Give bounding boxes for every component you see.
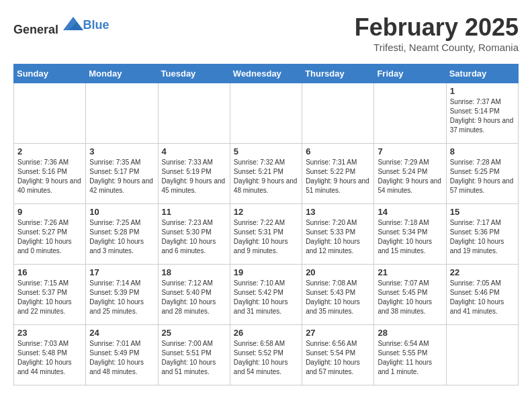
week-row-5: 23Sunrise: 7:03 AM Sunset: 5:48 PM Dayli…: [14, 325, 519, 385]
calendar-cell: 5Sunrise: 7:32 AM Sunset: 5:21 PM Daylig…: [230, 144, 302, 204]
day-info: Sunrise: 7:05 AM Sunset: 5:46 PM Dayligh…: [450, 279, 515, 316]
calendar-cell: [86, 83, 158, 144]
calendar-cell: [446, 325, 518, 385]
calendar-cell: 7Sunrise: 7:29 AM Sunset: 5:24 PM Daylig…: [374, 144, 446, 204]
calendar-cell: 15Sunrise: 7:17 AM Sunset: 5:36 PM Dayli…: [446, 204, 518, 265]
calendar-cell: 11Sunrise: 7:23 AM Sunset: 5:30 PM Dayli…: [158, 204, 230, 265]
week-row-2: 2Sunrise: 7:36 AM Sunset: 5:16 PM Daylig…: [14, 144, 519, 204]
day-number: 27: [306, 328, 370, 338]
location: Trifesti, Neamt County, Romania: [355, 42, 519, 53]
day-info: Sunrise: 7:10 AM Sunset: 5:42 PM Dayligh…: [234, 279, 298, 316]
calendar-cell: 6Sunrise: 7:31 AM Sunset: 5:22 PM Daylig…: [302, 144, 374, 204]
calendar-cell: 17Sunrise: 7:14 AM Sunset: 5:39 PM Dayli…: [86, 265, 158, 325]
day-info: Sunrise: 7:03 AM Sunset: 5:48 PM Dayligh…: [17, 339, 82, 377]
month-title: February 2025: [355, 13, 519, 42]
day-info: Sunrise: 7:12 AM Sunset: 5:40 PM Dayligh…: [162, 279, 226, 316]
column-header-monday: Monday: [86, 64, 158, 83]
day-info: Sunrise: 7:29 AM Sunset: 5:24 PM Dayligh…: [378, 158, 442, 195]
day-info: Sunrise: 7:15 AM Sunset: 5:37 PM Dayligh…: [17, 279, 82, 316]
calendar-cell: 19Sunrise: 7:10 AM Sunset: 5:42 PM Dayli…: [230, 265, 302, 325]
day-info: Sunrise: 7:26 AM Sunset: 5:27 PM Dayligh…: [17, 218, 82, 256]
day-number: 2: [17, 146, 82, 156]
day-number: 4: [162, 146, 226, 156]
logo: General Blue: [13, 13, 109, 37]
day-info: Sunrise: 7:18 AM Sunset: 5:34 PM Dayligh…: [378, 218, 442, 256]
page-header: General Blue February 2025 Trifesti, Nea…: [13, 13, 519, 53]
calendar-cell: 3Sunrise: 7:35 AM Sunset: 5:17 PM Daylig…: [86, 144, 158, 204]
calendar-cell: 28Sunrise: 6:54 AM Sunset: 5:55 PM Dayli…: [374, 325, 446, 385]
day-number: 20: [306, 267, 370, 277]
calendar-cell: 4Sunrise: 7:33 AM Sunset: 5:19 PM Daylig…: [158, 144, 230, 204]
calendar-body: 1Sunrise: 7:37 AM Sunset: 5:14 PM Daylig…: [14, 83, 519, 385]
calendar-cell: 2Sunrise: 7:36 AM Sunset: 5:16 PM Daylig…: [14, 144, 86, 204]
day-info: Sunrise: 7:35 AM Sunset: 5:17 PM Dayligh…: [89, 158, 154, 195]
day-info: Sunrise: 6:58 AM Sunset: 5:52 PM Dayligh…: [234, 339, 298, 377]
day-number: 15: [450, 207, 515, 217]
day-info: Sunrise: 7:08 AM Sunset: 5:43 PM Dayligh…: [306, 279, 370, 316]
day-number: 25: [162, 328, 226, 338]
calendar-cell: 18Sunrise: 7:12 AM Sunset: 5:40 PM Dayli…: [158, 265, 230, 325]
day-number: 17: [89, 267, 154, 277]
day-info: Sunrise: 7:37 AM Sunset: 5:14 PM Dayligh…: [450, 97, 515, 135]
day-number: 16: [17, 267, 82, 277]
calendar-cell: 8Sunrise: 7:28 AM Sunset: 5:25 PM Daylig…: [446, 144, 518, 204]
day-number: 22: [450, 267, 515, 277]
day-info: Sunrise: 7:22 AM Sunset: 5:31 PM Dayligh…: [234, 218, 298, 256]
day-info: Sunrise: 7:01 AM Sunset: 5:49 PM Dayligh…: [89, 339, 154, 377]
day-number: 18: [162, 267, 226, 277]
day-number: 7: [378, 146, 442, 156]
day-info: Sunrise: 7:17 AM Sunset: 5:36 PM Dayligh…: [450, 218, 515, 256]
day-number: 28: [378, 328, 442, 338]
day-info: Sunrise: 7:00 AM Sunset: 5:51 PM Dayligh…: [162, 339, 226, 377]
calendar-cell: [158, 83, 230, 144]
title-block: February 2025 Trifesti, Neamt County, Ro…: [355, 13, 519, 53]
day-info: Sunrise: 7:36 AM Sunset: 5:16 PM Dayligh…: [17, 158, 82, 195]
calendar-cell: 26Sunrise: 6:58 AM Sunset: 5:52 PM Dayli…: [230, 325, 302, 385]
calendar-cell: [374, 83, 446, 144]
day-number: 21: [378, 267, 442, 277]
calendar-cell: 1Sunrise: 7:37 AM Sunset: 5:14 PM Daylig…: [446, 83, 518, 144]
column-header-tuesday: Tuesday: [158, 64, 230, 83]
week-row-4: 16Sunrise: 7:15 AM Sunset: 5:37 PM Dayli…: [14, 265, 519, 325]
calendar-cell: 25Sunrise: 7:00 AM Sunset: 5:51 PM Dayli…: [158, 325, 230, 385]
calendar-cell: 23Sunrise: 7:03 AM Sunset: 5:48 PM Dayli…: [14, 325, 86, 385]
day-number: 8: [450, 146, 515, 156]
week-row-1: 1Sunrise: 7:37 AM Sunset: 5:14 PM Daylig…: [14, 83, 519, 144]
column-header-saturday: Saturday: [446, 64, 518, 83]
day-number: 3: [89, 146, 154, 156]
column-header-thursday: Thursday: [302, 64, 374, 83]
day-info: Sunrise: 7:14 AM Sunset: 5:39 PM Dayligh…: [89, 279, 154, 316]
day-info: Sunrise: 7:28 AM Sunset: 5:25 PM Dayligh…: [450, 158, 515, 195]
calendar-cell: [302, 83, 374, 144]
day-info: Sunrise: 7:31 AM Sunset: 5:22 PM Dayligh…: [306, 158, 370, 195]
calendar-cell: 21Sunrise: 7:07 AM Sunset: 5:45 PM Dayli…: [374, 265, 446, 325]
day-number: 9: [17, 207, 82, 217]
calendar-table: SundayMondayTuesdayWednesdayThursdayFrid…: [13, 64, 519, 385]
day-info: Sunrise: 7:20 AM Sunset: 5:33 PM Dayligh…: [306, 218, 370, 256]
day-number: 1: [450, 86, 515, 96]
day-number: 5: [234, 146, 298, 156]
calendar-cell: 14Sunrise: 7:18 AM Sunset: 5:34 PM Dayli…: [374, 204, 446, 265]
calendar-cell: 10Sunrise: 7:25 AM Sunset: 5:28 PM Dayli…: [86, 204, 158, 265]
day-info: Sunrise: 7:23 AM Sunset: 5:30 PM Dayligh…: [162, 218, 226, 256]
calendar-cell: 12Sunrise: 7:22 AM Sunset: 5:31 PM Dayli…: [230, 204, 302, 265]
day-info: Sunrise: 7:07 AM Sunset: 5:45 PM Dayligh…: [378, 279, 442, 316]
day-number: 13: [306, 207, 370, 217]
logo-icon: [63, 13, 83, 34]
logo-blue: Blue: [83, 18, 109, 32]
column-header-wednesday: Wednesday: [230, 64, 302, 83]
day-info: Sunrise: 7:33 AM Sunset: 5:19 PM Dayligh…: [162, 158, 226, 195]
day-number: 23: [17, 328, 82, 338]
calendar-cell: 20Sunrise: 7:08 AM Sunset: 5:43 PM Dayli…: [302, 265, 374, 325]
calendar-cell: [230, 83, 302, 144]
day-number: 14: [378, 207, 442, 217]
day-number: 10: [89, 207, 154, 217]
calendar-cell: 27Sunrise: 6:56 AM Sunset: 5:54 PM Dayli…: [302, 325, 374, 385]
day-number: 24: [89, 328, 154, 338]
day-info: Sunrise: 6:56 AM Sunset: 5:54 PM Dayligh…: [306, 339, 370, 377]
calendar-cell: 24Sunrise: 7:01 AM Sunset: 5:49 PM Dayli…: [86, 325, 158, 385]
calendar-cell: 16Sunrise: 7:15 AM Sunset: 5:37 PM Dayli…: [14, 265, 86, 325]
day-number: 6: [306, 146, 370, 156]
logo-general: General: [13, 23, 58, 36]
week-row-3: 9Sunrise: 7:26 AM Sunset: 5:27 PM Daylig…: [14, 204, 519, 265]
